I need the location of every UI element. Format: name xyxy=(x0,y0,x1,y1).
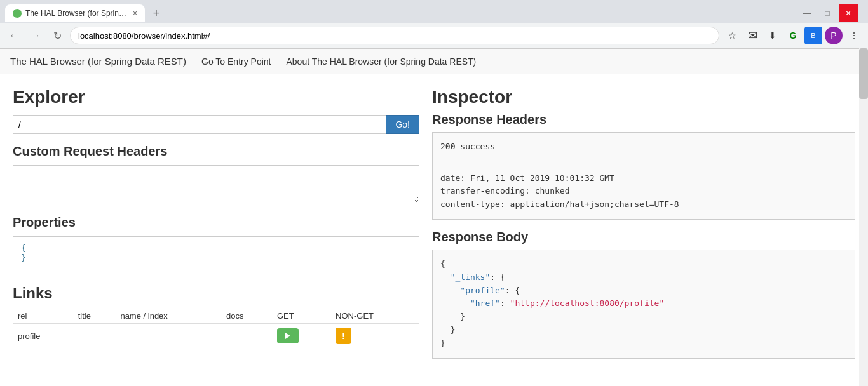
col-docs: docs xyxy=(221,309,272,324)
response-body-box: { "_links": { "profile": { "href": "http… xyxy=(432,250,855,359)
app-brand: The HAL Browser (for Spring Data REST) xyxy=(10,56,186,67)
row-rel: profile xyxy=(13,324,73,349)
back-button[interactable]: ← xyxy=(5,27,23,44)
app-navbar: The HAL Browser (for Spring Data REST) G… xyxy=(0,49,868,74)
row-get-cell xyxy=(272,324,330,349)
url-input[interactable] xyxy=(70,27,719,44)
non-get-button[interactable]: ! xyxy=(336,328,351,344)
links-table: rel title name / index docs GET NON-GET … xyxy=(13,309,419,348)
properties-box: { } xyxy=(13,236,419,274)
header-content-type: content-type: application/hal+json;chars… xyxy=(440,198,847,211)
address-bar: ← → ↻ ☆ ✉ ⬇ G B P ⋮ xyxy=(0,23,868,48)
properties-open-brace: { xyxy=(21,243,411,253)
extension-icon-1[interactable]: ✉ xyxy=(743,27,761,44)
status-line: 200 success xyxy=(440,140,847,154)
new-tab-button[interactable]: + xyxy=(147,4,165,22)
custom-headers-textarea[interactable] xyxy=(13,165,419,203)
svg-marker-0 xyxy=(285,333,290,339)
properties-title: Properties xyxy=(13,215,419,230)
body-line-1: "_links": { xyxy=(440,271,847,284)
response-body-title: Response Body xyxy=(432,230,855,244)
inspector-title: Inspector xyxy=(432,87,855,107)
links-title: Links xyxy=(13,284,419,302)
avatar-icon[interactable]: P xyxy=(825,27,843,44)
row-title xyxy=(73,324,116,349)
header-encoding: transfer-encoding: chunked xyxy=(440,185,847,198)
url-row: Go! xyxy=(13,115,419,134)
explorer-url-input[interactable] xyxy=(13,115,386,134)
body-line-5: } xyxy=(440,324,847,337)
body-line-3: "href": "http://localhost:8080/profile" xyxy=(440,297,847,310)
col-name-index: name / index xyxy=(115,309,221,324)
links-table-header-row: rel title name / index docs GET NON-GET xyxy=(13,309,419,324)
go-button[interactable]: Go! xyxy=(386,115,419,134)
col-get: GET xyxy=(272,309,330,324)
tab-bar: The HAL Browser (for Spring Dat… × + — □… xyxy=(0,0,868,23)
extension-icon-2[interactable]: ⬇ xyxy=(764,27,782,44)
body-line-4: } xyxy=(440,310,847,324)
reload-button[interactable]: ↻ xyxy=(48,27,66,44)
get-button[interactable] xyxy=(277,328,299,343)
extension-icon-4[interactable]: B xyxy=(804,27,822,44)
custom-headers-title: Custom Request Headers xyxy=(13,144,419,159)
scrollbar-thumb[interactable] xyxy=(859,48,868,99)
row-non-get-cell: ! xyxy=(330,324,419,349)
col-non-get: NON-GET xyxy=(330,309,419,324)
forward-button[interactable]: → xyxy=(27,27,44,44)
row-docs xyxy=(221,324,272,349)
tab-title: The HAL Browser (for Spring Dat… xyxy=(25,9,129,18)
menu-icon[interactable]: ⋮ xyxy=(845,27,863,44)
about-link[interactable]: About The HAL Browser (for Spring Data R… xyxy=(287,57,477,67)
body-line-6: } xyxy=(440,337,847,350)
response-headers-box: 200 success date: Fri, 11 Oct 2019 10:01… xyxy=(432,132,855,220)
row-name-index xyxy=(115,324,221,349)
window-minimize-button[interactable]: — xyxy=(798,4,816,22)
properties-close-brace: } xyxy=(21,253,411,262)
tab-close-button[interactable]: × xyxy=(133,9,137,18)
window-close-button[interactable]: ✕ xyxy=(839,4,858,22)
non-get-icon: ! xyxy=(342,331,345,341)
main-content: Explorer Go! Custom Request Headers Prop… xyxy=(0,74,868,371)
toolbar-icons: ☆ ✉ ⬇ G B P ⋮ xyxy=(723,27,863,44)
scrollbar-track[interactable] xyxy=(859,48,868,371)
body-line-0: { xyxy=(440,258,847,271)
inspector-panel: Inspector Response Headers 200 success d… xyxy=(432,87,855,359)
table-row: profile xyxy=(13,324,419,349)
active-tab[interactable]: The HAL Browser (for Spring Dat… × xyxy=(5,4,145,22)
body-line-2: "profile": { xyxy=(440,284,847,298)
explorer-panel: Explorer Go! Custom Request Headers Prop… xyxy=(13,87,419,359)
explorer-title: Explorer xyxy=(13,87,419,107)
bookmark-icon[interactable]: ☆ xyxy=(723,27,741,44)
browser-chrome: The HAL Browser (for Spring Dat… × + — □… xyxy=(0,0,868,49)
tab-favicon xyxy=(13,9,22,18)
extension-icon-3[interactable]: G xyxy=(784,27,802,44)
window-maximize-button[interactable]: □ xyxy=(818,4,836,22)
links-section: Links rel title name / index docs GET NO… xyxy=(13,284,419,348)
response-headers-title: Response Headers xyxy=(432,112,855,127)
goto-entry-point-link[interactable]: Go To Entry Point xyxy=(201,57,271,67)
col-title: title xyxy=(73,309,116,324)
col-rel: rel xyxy=(13,309,73,324)
header-date: date: Fri, 11 Oct 2019 10:01:32 GMT xyxy=(440,172,847,185)
